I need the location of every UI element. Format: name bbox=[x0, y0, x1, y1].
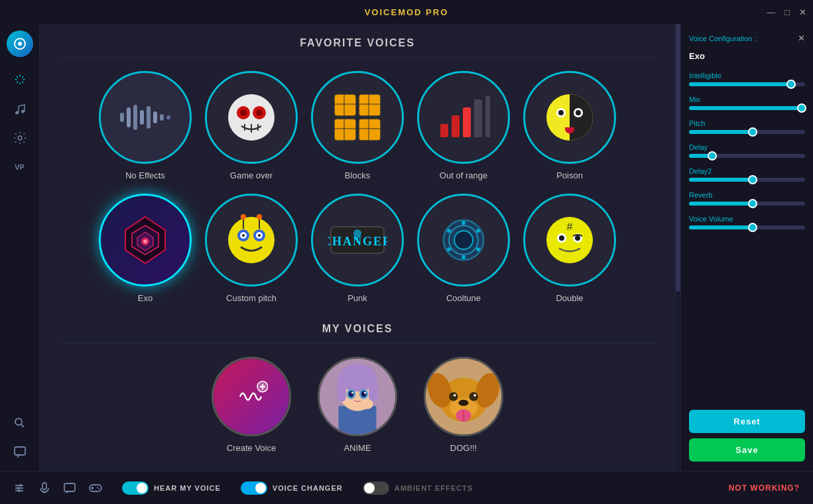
voice-circle-punk[interactable]: CHANGER bbox=[311, 194, 404, 286]
sidebar-item-vp[interactable]: VP bbox=[8, 155, 32, 179]
mic-icon[interactable] bbox=[38, 482, 50, 494]
svg-rect-39 bbox=[485, 95, 490, 137]
svg-point-92 bbox=[361, 391, 367, 397]
scrollbar[interactable] bbox=[675, 24, 680, 471]
my-voices-grid: Create Voice bbox=[60, 357, 655, 453]
voice-circle-no-effects[interactable] bbox=[99, 71, 192, 164]
voice-item-double[interactable]: # Double bbox=[523, 194, 616, 303]
svg-rect-87 bbox=[338, 377, 346, 402]
equalizer-icon[interactable] bbox=[13, 482, 25, 494]
voice-item-no-effects[interactable]: No Effects bbox=[99, 71, 192, 180]
slider-track-delay2[interactable] bbox=[689, 178, 805, 182]
slider-track-intelligible[interactable] bbox=[689, 82, 805, 86]
voice-label-cooltune: Cooltune bbox=[446, 293, 481, 303]
hear-my-voice-toggle[interactable] bbox=[122, 481, 149, 495]
slider-thumb-pitch[interactable] bbox=[748, 127, 757, 137]
svg-rect-37 bbox=[463, 107, 471, 137]
my-voice-item-anime[interactable]: ANIME bbox=[318, 357, 397, 453]
sidebar: VP bbox=[0, 24, 40, 471]
voice-item-exo[interactable]: Exo bbox=[99, 194, 192, 303]
sidebar-item-chat[interactable] bbox=[8, 440, 32, 464]
svg-point-5 bbox=[15, 418, 22, 425]
slider-thumb-voice-volume[interactable] bbox=[748, 223, 757, 232]
slider-track-voice-volume[interactable] bbox=[689, 225, 805, 229]
slider-track-reverb[interactable] bbox=[689, 202, 805, 206]
voice-item-blocks[interactable]: Blocks bbox=[311, 71, 404, 180]
voice-circle-out-of-range[interactable] bbox=[417, 71, 510, 164]
voice-item-game-over[interactable]: Game over bbox=[205, 71, 298, 180]
voice-config-label: Voice Configuration : bbox=[689, 34, 757, 42]
slider-thumb-intelligible[interactable] bbox=[786, 80, 796, 89]
svg-point-60 bbox=[257, 214, 262, 220]
not-working-button[interactable]: NOT WORKING? bbox=[729, 483, 800, 493]
minimize-button[interactable]: — bbox=[767, 7, 775, 17]
voice-label-game-over: Game over bbox=[230, 170, 273, 180]
slider-thumb-delay[interactable] bbox=[708, 151, 717, 160]
window-controls[interactable]: — □ ✕ bbox=[767, 7, 806, 17]
panel-buttons: Reset Save bbox=[689, 403, 805, 462]
ambient-effects-toggle[interactable] bbox=[363, 481, 389, 495]
slider-group-mix: Mix bbox=[689, 95, 805, 110]
voice-circle-game-over[interactable] bbox=[205, 71, 298, 164]
sidebar-item-search[interactable] bbox=[8, 411, 32, 435]
voice-circle-exo[interactable] bbox=[99, 194, 192, 286]
gamepad-icon[interactable] bbox=[89, 482, 102, 494]
reset-button[interactable]: Reset bbox=[689, 410, 805, 433]
voice-circle-blocks[interactable] bbox=[311, 71, 404, 164]
slider-thumb-mix[interactable] bbox=[797, 103, 806, 113]
slider-fill-pitch bbox=[689, 130, 753, 134]
slider-track-pitch[interactable] bbox=[689, 130, 805, 134]
save-button[interactable]: Save bbox=[689, 438, 805, 462]
svg-point-71 bbox=[462, 255, 466, 259]
svg-rect-26 bbox=[359, 119, 381, 141]
maximize-button[interactable]: □ bbox=[784, 7, 790, 17]
slider-track-delay[interactable] bbox=[689, 154, 805, 158]
slider-track-mix[interactable] bbox=[689, 106, 805, 110]
chat-bubble-icon[interactable] bbox=[64, 482, 76, 494]
sidebar-item-settings[interactable] bbox=[8, 126, 32, 150]
slider-group-voice-volume: Voice Volume bbox=[689, 215, 805, 229]
svg-point-44 bbox=[576, 110, 581, 115]
svg-rect-35 bbox=[440, 124, 448, 137]
voice-changer-toggle[interactable] bbox=[241, 481, 267, 495]
voice-circle-poison[interactable] bbox=[523, 71, 616, 164]
voice-label-out-of-range: Out of range bbox=[440, 170, 487, 180]
voice-circle-cooltune[interactable] bbox=[417, 194, 510, 286]
favorite-voices-grid: No Effects bbox=[60, 71, 655, 303]
svg-point-1 bbox=[18, 42, 22, 46]
svg-point-63 bbox=[353, 229, 361, 237]
my-voice-circle-dog[interactable] bbox=[424, 357, 503, 436]
my-voice-label-create: Create Voice bbox=[227, 443, 276, 453]
voice-item-custom-pitch[interactable]: Custom pitch bbox=[205, 194, 298, 303]
svg-rect-6 bbox=[15, 447, 25, 455]
my-voice-circle-anime[interactable] bbox=[318, 357, 397, 436]
ambient-effects-knob bbox=[364, 483, 375, 493]
my-voice-item-dog[interactable]: DOG!!! bbox=[424, 357, 503, 453]
sidebar-item-music[interactable] bbox=[8, 97, 32, 121]
slider-label-intelligible: Intelligible bbox=[689, 72, 805, 80]
voice-item-cooltune[interactable]: Cooltune bbox=[417, 194, 510, 303]
svg-text:#: # bbox=[566, 221, 573, 233]
ambient-effects-label: AMBIENT EFFECTS bbox=[395, 484, 473, 492]
voice-circle-double[interactable]: # bbox=[523, 194, 616, 286]
voice-item-out-of-range[interactable]: Out of range bbox=[417, 71, 510, 180]
my-voices-heading: MY VOICES bbox=[60, 323, 655, 344]
slider-thumb-reverb[interactable] bbox=[748, 199, 757, 208]
sidebar-bottom bbox=[8, 411, 32, 464]
sidebar-item-effects[interactable] bbox=[8, 68, 32, 92]
svg-rect-36 bbox=[452, 115, 460, 137]
slider-label-voice-volume: Voice Volume bbox=[689, 215, 805, 223]
voice-item-punk[interactable]: CHANGER Punk bbox=[311, 194, 404, 303]
svg-point-67 bbox=[454, 231, 473, 249]
voice-changer-label: VOICE CHANGER bbox=[273, 484, 343, 492]
close-button[interactable]: ✕ bbox=[799, 7, 806, 17]
slider-thumb-delay2[interactable] bbox=[748, 175, 757, 184]
voice-circle-custom-pitch[interactable] bbox=[205, 194, 298, 286]
slider-fill-mix bbox=[689, 106, 802, 110]
svg-rect-11 bbox=[147, 106, 151, 129]
my-voice-item-create[interactable]: Create Voice bbox=[212, 357, 291, 453]
my-voice-circle-create[interactable] bbox=[212, 357, 291, 436]
svg-rect-7 bbox=[120, 113, 124, 122]
voice-item-poison[interactable]: Poison bbox=[523, 71, 616, 180]
panel-close-button[interactable]: ✕ bbox=[798, 33, 805, 43]
